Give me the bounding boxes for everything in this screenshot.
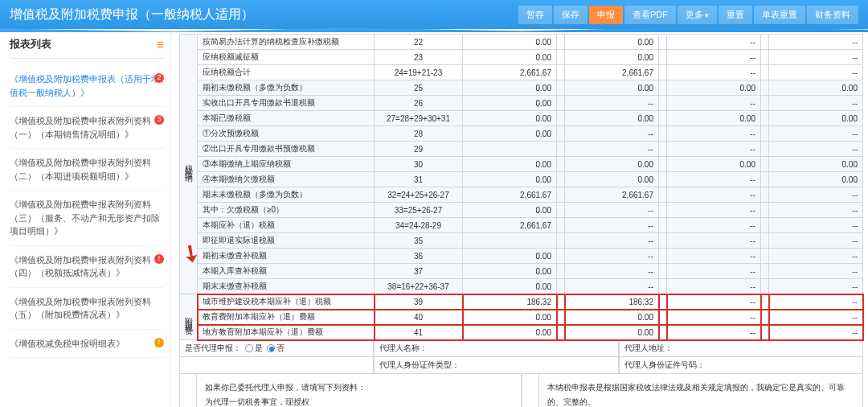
table-row: 期初未缴税额（多缴为负数）250.000.000.000.00: [180, 80, 863, 96]
badge: 3: [154, 115, 164, 125]
temp-button[interactable]: 暂存: [518, 6, 552, 24]
decl-label: 申报人声明: [522, 374, 539, 407]
toolbar: 暂存保存申报查看PDF更多重置单表重置财务资料: [518, 6, 858, 24]
table-row: ④本期缴纳欠缴税额310.000.00--0.00: [180, 172, 863, 187]
auth-label: 授权声明: [179, 374, 197, 407]
radio-yes[interactable]: [245, 344, 253, 352]
table-row: 期末未缴税额（多缴为负数）32=24+25+26-272,661.672,661…: [180, 187, 863, 203]
auth-text: 如果你已委托代理人申报，请填写下列资料： 为代理一切税务事宜，现授权 （地址）为…: [197, 374, 522, 407]
table-row: 本期应补（退）税额34=24-28-292,661.67------: [180, 218, 863, 233]
badge: !: [154, 338, 164, 347]
radio-no[interactable]: [267, 344, 275, 352]
table-row: 本期已缴税额27=28+29+30+310.000.000.000.00: [180, 111, 863, 126]
table-row: 即征即退实际退税额35------: [180, 233, 863, 249]
page-title: 增值税及附加税费申报（一般纳税人适用）: [10, 6, 518, 23]
section-add: 附加税费: [180, 294, 198, 340]
badge: !: [154, 254, 164, 264]
agent-row-1: 是否代理申报： 是 否 代理人名称： 代理人地址：: [179, 340, 863, 357]
reset1-button[interactable]: 单表重置: [754, 6, 805, 24]
table-row: 地方教育附加本期应补（退）费额410.000.00----: [180, 325, 863, 340]
section-tax: 税款缴纳: [180, 35, 198, 294]
sidebar-item-0[interactable]: 《增值税及附加税费申报表（适用于增值税一般纳税人）》2: [10, 65, 164, 107]
reset-button[interactable]: 重置: [719, 6, 752, 24]
sidebar-item-2[interactable]: 《增值税及附加税费申报表附列资料（二）（本期进项税额明细）》: [10, 149, 164, 191]
table-row: 期末未缴查补税额38=16+22+36-370.00------: [180, 279, 863, 294]
sidebar-item-5[interactable]: 《增值税及附加税费申报表附列资料（五）（附加税费情况表）》: [10, 288, 164, 330]
table-row: 实收出口开具专用缴款书退税额260.00------: [180, 96, 863, 111]
agent-row-2: 代理人身份证件类型： 代理人身份证件号码：: [179, 357, 863, 374]
table-row: 教育费附加本期应补（退）费额400.000.00----: [180, 310, 863, 325]
table-row: 其中：欠缴税额（≥0）33=25+26-270.00------: [180, 203, 863, 218]
sidebar-title: 报表列表 ☰: [10, 37, 164, 59]
menu-icon[interactable]: ☰: [157, 40, 164, 49]
tax-table: 税款缴纳按简易办法计算的纳税检查应补缴税额220.000.00----应纳税额减…: [179, 34, 863, 340]
sidebar-item-4[interactable]: 《增值税及附加税费申报表附列资料（四）（税额抵减情况表）》!: [10, 246, 164, 288]
table-row: 期初未缴查补税额360.00------: [180, 249, 863, 264]
app-header: 增值税及附加税费申报（一般纳税人适用） 暂存保存申报查看PDF更多重置单表重置财…: [0, 0, 868, 29]
declaration-block: 授权声明 如果你已委托代理人申报，请填写下列资料： 为代理一切税务事宜，现授权 …: [179, 374, 863, 407]
submit-button[interactable]: 申报: [589, 6, 623, 24]
sidebar-item-6[interactable]: 《增值税减免税申报明细表》!: [10, 330, 164, 359]
pdf-button[interactable]: 查看PDF: [624, 6, 676, 24]
more-button[interactable]: 更多: [678, 6, 717, 24]
save-button[interactable]: 保存: [554, 6, 588, 24]
sidebar: 报表列表 ☰ 《增值税及附加税费申报表（适用于增值税一般纳税人）》2《增值税及附…: [0, 29, 171, 407]
table-row: 本期入库查补税额370.00------: [180, 264, 863, 279]
table-row: 税款缴纳按简易办法计算的纳税检查应补缴税额220.000.00----: [180, 35, 863, 50]
table-row: 应纳税额合计24=19+21-232,661.672,661.67----: [180, 65, 863, 80]
table-row: 应纳税额减征额230.000.00----: [180, 50, 863, 65]
table-row: ③本期缴纳上期应纳税额300.000.000.000.00: [180, 157, 863, 172]
main-content: 税款缴纳按简易办法计算的纳税检查应补缴税额220.000.00----应纳税额减…: [171, 29, 868, 407]
table-row: ①分次预缴税额280.00------: [180, 126, 863, 142]
table-row: 附加税费城市维护建设税本期应补（退）税额39186.32186.32----: [180, 294, 863, 310]
decl-text: 本纳税申报表是根据国家税收法律法规及相关规定填报的，我确定它是真实的、可靠的、完…: [539, 374, 864, 407]
badge: 2: [154, 73, 164, 83]
fin-button[interactable]: 财务资料: [807, 6, 858, 24]
sidebar-item-3[interactable]: 《增值税及附加税费申报表附列资料（三）（服务、不动产和无形资产扣除项目明细）》: [10, 191, 164, 246]
sidebar-item-1[interactable]: 《增值税及附加税费申报表附列资料（一）（本期销售情况明细）》3: [10, 107, 164, 149]
table-row: ②出口开具专用缴款书预缴税额29------: [180, 142, 863, 157]
